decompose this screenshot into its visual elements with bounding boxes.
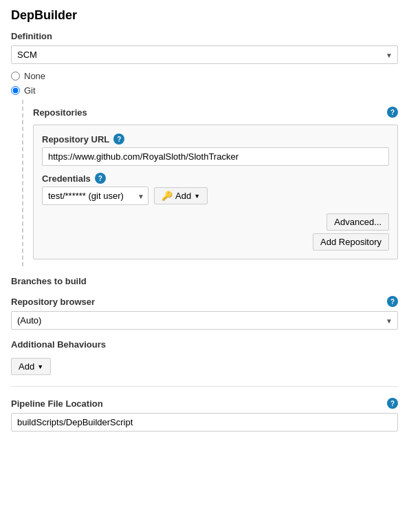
git-label[interactable]: Git <box>24 85 36 96</box>
credentials-label-row: Credentials ? <box>42 173 389 184</box>
advanced-button[interactable]: Advanced... <box>327 213 389 231</box>
repo-url-label: Repository URL <box>42 134 109 145</box>
repo-browser-select-wrap: (Auto) <box>11 311 398 330</box>
additional-behaviours-add-button[interactable]: Add ▼ <box>11 358 51 375</box>
none-label[interactable]: None <box>24 71 45 81</box>
git-radio-item: Git <box>11 85 398 96</box>
add-credentials-dropdown-arrow: ▼ <box>194 193 200 200</box>
definition-label: Definition <box>11 31 398 41</box>
repo-browser-select[interactable]: (Auto) <box>11 311 398 330</box>
pipeline-label: Pipeline File Location <box>11 398 103 409</box>
repo-browser-help-icon[interactable]: ? <box>387 296 398 307</box>
additional-behaviours-section: Additional Behaviours Add ▼ <box>11 339 398 375</box>
definition-select[interactable]: SCM <box>11 45 398 64</box>
repo-url-label-row: Repository URL ? <box>42 134 389 145</box>
add-repository-label: Add Repository <box>320 237 382 247</box>
git-radio[interactable] <box>11 86 20 95</box>
branches-section: Branches to build <box>11 276 398 286</box>
repo-inner-box: Repository URL ? Credentials ? test/****… <box>33 125 398 259</box>
repo-url-input[interactable] <box>42 147 389 166</box>
source-radio-group: None Git <box>11 71 398 96</box>
credentials-help-icon[interactable]: ? <box>95 173 106 184</box>
repo-browser-section: Repository browser ? (Auto) <box>11 296 398 330</box>
app-title: DepBuilder <box>11 8 398 23</box>
action-buttons: Advanced... Add Repository <box>42 213 389 251</box>
add-repository-button[interactable]: Add Repository <box>313 233 389 251</box>
key-icon: 🔑 <box>162 191 173 201</box>
repositories-section: Repositories ? Repository URL ? Credenti… <box>22 100 398 266</box>
add-credentials-label: Add <box>175 191 191 201</box>
additional-behaviours-dropdown-arrow: ▼ <box>37 363 43 370</box>
repo-browser-label: Repository browser <box>11 297 95 307</box>
additional-behaviours-label: Additional Behaviours <box>11 339 398 350</box>
add-credentials-button[interactable]: 🔑 Add ▼ <box>154 187 208 204</box>
pipeline-help-icon[interactable]: ? <box>387 398 398 409</box>
none-radio-item: None <box>11 71 398 81</box>
branches-label: Branches to build <box>11 276 398 286</box>
credentials-row: test/****** (git user) 🔑 Add ▼ <box>42 187 389 205</box>
repos-header: Repositories ? <box>33 107 398 118</box>
none-radio[interactable] <box>11 72 20 81</box>
definition-select-wrap: SCM <box>11 45 398 64</box>
repo-url-help-icon[interactable]: ? <box>113 134 124 145</box>
divider <box>11 386 398 387</box>
pipeline-header: Pipeline File Location ? <box>11 398 398 409</box>
repo-browser-header: Repository browser ? <box>11 296 398 307</box>
repositories-help-icon[interactable]: ? <box>387 107 398 118</box>
pipeline-input[interactable] <box>11 413 398 432</box>
repositories-label: Repositories <box>33 107 87 118</box>
cred-select-wrap: test/****** (git user) <box>42 187 148 205</box>
credentials-label: Credentials <box>42 173 91 184</box>
additional-behaviours-add-label: Add <box>19 361 34 372</box>
advanced-label: Advanced... <box>334 217 382 227</box>
credentials-select[interactable]: test/****** (git user) <box>42 187 148 205</box>
pipeline-section: Pipeline File Location ? <box>11 398 398 432</box>
